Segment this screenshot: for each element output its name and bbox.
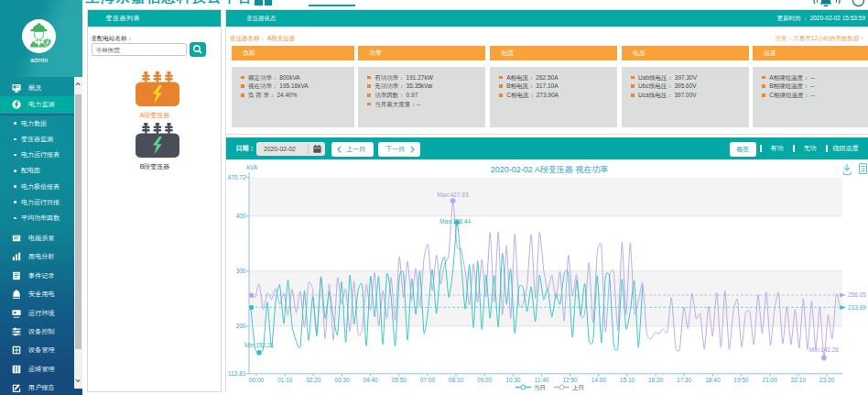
svg-text:00:00: 00:00 bbox=[249, 377, 265, 383]
svg-text:08:10: 08:10 bbox=[449, 377, 464, 383]
svg-text:470.72: 470.72 bbox=[228, 174, 246, 181]
svg-text:14:00: 14:00 bbox=[591, 377, 607, 383]
svg-text:02:20: 02:20 bbox=[306, 377, 321, 383]
svg-text:2020-02-02 A段变压器 视在功率: 2020-02-02 A段变压器 视在功率 bbox=[491, 165, 609, 174]
svg-text:200: 200 bbox=[236, 323, 246, 329]
svg-text:03:30: 03:30 bbox=[334, 377, 350, 383]
svg-text:113.81: 113.81 bbox=[228, 370, 246, 377]
svg-text:当日: 当日 bbox=[534, 384, 546, 390]
svg-text:09:20: 09:20 bbox=[477, 377, 493, 383]
svg-text:Max:388.44: Max:388.44 bbox=[439, 218, 471, 225]
svg-text:kVA: kVA bbox=[247, 164, 258, 170]
svg-text:04:40: 04:40 bbox=[363, 377, 378, 383]
svg-text:17:30: 17:30 bbox=[677, 377, 692, 383]
svg-text:400: 400 bbox=[236, 213, 246, 219]
svg-text:11:40: 11:40 bbox=[535, 377, 549, 383]
svg-text:15:10: 15:10 bbox=[620, 377, 635, 383]
svg-text:10:30: 10:30 bbox=[505, 377, 521, 383]
svg-text:19:50: 19:50 bbox=[733, 377, 749, 383]
svg-text:12:50: 12:50 bbox=[562, 377, 578, 383]
svg-text:22:10: 22:10 bbox=[791, 377, 807, 383]
svg-text:23:20: 23:20 bbox=[819, 377, 835, 383]
svg-text:21:00: 21:00 bbox=[763, 377, 778, 383]
svg-text:05:50: 05:50 bbox=[392, 377, 407, 383]
svg-text:233.89: 233.89 bbox=[848, 304, 866, 311]
svg-text:Min:142.26: Min:142.26 bbox=[809, 346, 840, 353]
svg-text:256.05: 256.05 bbox=[848, 291, 866, 298]
svg-text:18:40: 18:40 bbox=[705, 377, 721, 383]
svg-text:07:00: 07:00 bbox=[420, 377, 436, 383]
svg-text:Max:427.93: Max:427.93 bbox=[438, 192, 469, 198]
svg-text:16:20: 16:20 bbox=[648, 377, 664, 383]
svg-text:上日: 上日 bbox=[572, 384, 584, 390]
svg-text:01:10: 01:10 bbox=[277, 377, 293, 383]
svg-text:300: 300 bbox=[236, 268, 246, 274]
svg-text:Min:152.21: Min:152.21 bbox=[244, 342, 275, 348]
